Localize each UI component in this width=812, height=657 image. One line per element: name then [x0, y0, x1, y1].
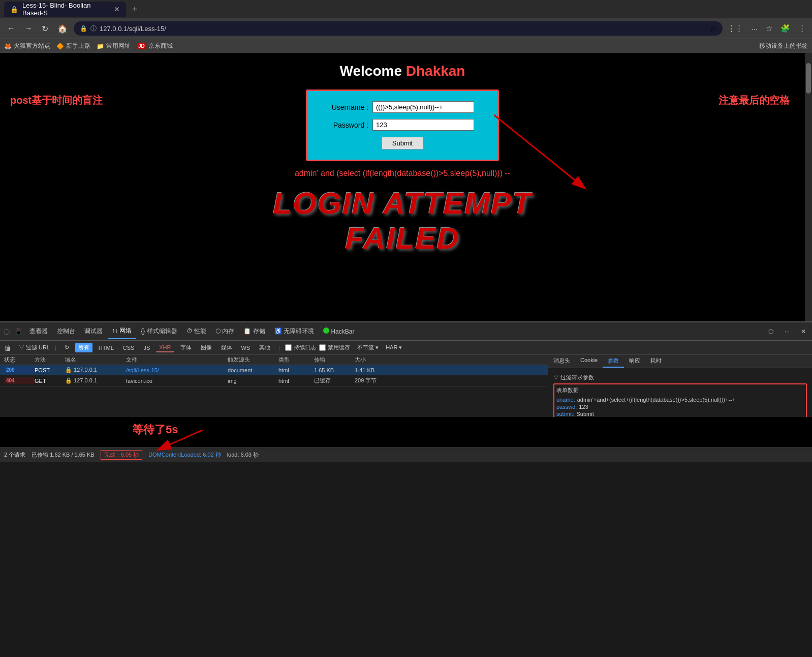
persist-log-cb[interactable]: 持续日志 — [285, 344, 316, 351]
scroll-thumb[interactable] — [806, 63, 811, 94]
tab-storage[interactable]: 📋 存储 — [239, 324, 269, 339]
new-tab-button[interactable]: + — [128, 2, 142, 17]
req-tab-cookie[interactable]: Cookie — [575, 355, 603, 368]
req-tab-headers[interactable]: 消息头 — [548, 355, 575, 368]
tab-favicon: 🔒 — [10, 6, 18, 13]
passwd-field: passwd: 123 — [556, 403, 804, 410]
extensions-icon[interactable]: 🧩 — [778, 22, 792, 35]
row-status: 200 — [4, 367, 35, 373]
req-tab-timing[interactable]: 耗时 — [645, 355, 667, 368]
filter-ws[interactable]: WS — [238, 344, 254, 352]
disable-cache-checkbox[interactable] — [319, 344, 326, 351]
reload-button[interactable]: ↻ — [39, 22, 51, 36]
tab-memory[interactable]: ⬡ 内存 — [211, 324, 238, 339]
row-size: 209 字节 — [355, 377, 395, 384]
requests-count: 2 个请求 — [4, 451, 25, 459]
filter-reload-icon[interactable]: ↻ — [61, 343, 72, 352]
menu-dots[interactable]: ··· — [749, 22, 760, 35]
filter-all[interactable]: 所有 — [75, 343, 92, 352]
row-transfer: 已缓存 — [314, 377, 355, 384]
filter-icon[interactable]: ▽ 过滤 URL — [19, 344, 50, 351]
home-button[interactable]: 🏠 — [54, 22, 71, 36]
password-input[interactable] — [372, 119, 474, 131]
browser-window: 🔒 Less-15- Blind- Boolian Based-S ✕ + ← … — [0, 0, 812, 53]
network-row-get[interactable]: 404 GET 🔒 127.0.0.1 favicon.ico img html… — [0, 375, 548, 386]
active-tab[interactable]: 🔒 Less-15- Blind- Boolian Based-S ✕ — [4, 2, 126, 17]
filter-html[interactable]: HTML — [96, 344, 117, 352]
login-box: Username : Password : Submit — [306, 89, 499, 161]
bookmark-mobile[interactable]: 移动设备上的书签 — [759, 42, 808, 50]
more-menu[interactable]: ⋮ — [796, 22, 808, 35]
tab-style-editor[interactable]: {} 样式编辑器 — [137, 324, 181, 339]
network-toolbar: 🗑 | ▽ 过滤 URL | ↻ 所有 HTML CSS JS XHR 字体 图… — [0, 341, 812, 355]
tab-title: Less-15- Blind- Boolian Based-S — [22, 2, 110, 17]
password-label: Password : — [323, 121, 368, 129]
tab-accessibility[interactable]: ♿ 无障碍环境 — [270, 324, 318, 339]
filter-media[interactable]: 媒体 — [218, 343, 235, 352]
filter-js[interactable]: JS — [140, 344, 153, 352]
filter-params-label: ▽ 过滤请求参数 — [553, 374, 594, 380]
network-row-post[interactable]: 200 POST 🔒 127.0.0.1 /sqli/Less-15/ docu… — [0, 365, 548, 375]
disable-cache-cb[interactable]: 禁用缓存 — [319, 344, 350, 351]
filter-other[interactable]: 其他 — [256, 343, 273, 352]
address-bar[interactable]: 🔒 ⓘ 127.0.0.1/sqli/Less-15/ ☆ — [74, 21, 723, 36]
tab-debugger[interactable]: 调试器 — [80, 324, 107, 339]
persist-log-checkbox[interactable] — [285, 344, 292, 351]
devtools-dock-button[interactable]: ⬡ — [764, 325, 777, 338]
tab-bar: 🔒 Less-15- Blind- Boolian Based-S ✕ + — [0, 0, 812, 18]
req-tab-params[interactable]: 参数 — [603, 355, 624, 368]
filter-image[interactable]: 图像 — [198, 343, 215, 352]
tab-close-button[interactable]: ✕ — [114, 5, 120, 13]
form-data-label: 表单数据 — [556, 386, 579, 394]
har-button[interactable]: HAR ▾ — [386, 344, 402, 351]
password-row: Password : — [323, 119, 482, 131]
welcome-name: Dhakkan — [406, 63, 465, 79]
login-failed-line1: LOGIN ATTEMPT — [20, 186, 785, 221]
row-method: POST — [35, 367, 65, 373]
tab-performance[interactable]: ⏱ 性能 — [182, 324, 210, 339]
welcome-text: Welcome — [340, 63, 402, 79]
username-input[interactable] — [372, 101, 474, 113]
bookmark-newbie[interactable]: 🔶 新手上路 — [56, 42, 90, 50]
star-icon[interactable]: ☆ — [709, 24, 716, 34]
devtools-main: 状态 方法 域名 文件 触发源头 类型 传输 大小 200 POST 🔒 127… — [0, 355, 812, 417]
devtools-mobile-icon[interactable]: 📱 — [13, 326, 24, 337]
bookmark-star[interactable]: ☆ — [764, 22, 774, 35]
bookmark-jd[interactable]: JD 京东商城 — [137, 42, 173, 50]
devtools-inspect-icon[interactable]: ⬚ — [2, 326, 12, 337]
request-params-body: ▽ 过滤请求参数 表单数据 uname: admin'+and+(select+… — [548, 368, 812, 417]
forward-button[interactable]: → — [21, 22, 36, 35]
row-type: html — [278, 378, 314, 384]
wait-annotation: 等待了5s — [132, 422, 178, 437]
scroll-bar[interactable] — [805, 53, 812, 321]
folder-icon: 📁 — [97, 43, 104, 50]
col-transfer: 传输 — [314, 356, 355, 364]
filter-xhr[interactable]: XHR — [156, 343, 174, 352]
devtools-more-button[interactable]: ··· — [780, 325, 794, 338]
back-button[interactable]: ← — [4, 22, 18, 35]
throttle-select[interactable]: 不节流 ▾ — [357, 344, 379, 351]
bookmark-common[interactable]: 📁 常用网址 — [97, 42, 131, 50]
grid-icon[interactable]: ⋮⋮ — [726, 22, 745, 35]
col-file: 文件 — [126, 356, 228, 364]
passwd-key: passwd: — [556, 404, 577, 410]
filter-font[interactable]: 字体 — [177, 343, 195, 352]
bookmark-firefox[interactable]: 🦊 火狐官方站点 — [4, 42, 50, 50]
filter-css[interactable]: CSS — [120, 344, 138, 352]
submit-button[interactable]: Submit — [382, 137, 423, 150]
devtools-close-button[interactable]: ✕ — [797, 325, 810, 338]
tab-network[interactable]: ↑↓ 网络 — [108, 323, 136, 339]
tab-console[interactable]: 控制台 — [53, 324, 79, 339]
col-type: 类型 — [278, 356, 314, 364]
req-tab-response[interactable]: 响应 — [624, 355, 645, 368]
col-trigger: 触发源头 — [228, 356, 278, 364]
devtools-tabs: ⬚ 📱 查看器 控制台 调试器 ↑↓ 网络 {} 样式编辑器 ⏱ 性能 ⬡ 内存… — [0, 322, 812, 341]
firefox-icon: 🦊 — [4, 43, 12, 50]
tab-inspector[interactable]: 查看器 — [25, 324, 52, 339]
transferred-size: 已传输 1.62 KB / 1.65 KB — [32, 451, 95, 459]
tab-hackbar[interactable]: HackBar — [319, 324, 358, 338]
row-size: 1.41 KB — [355, 367, 395, 373]
clear-icon[interactable]: 🗑 — [4, 344, 11, 352]
network-panel: 状态 方法 域名 文件 触发源头 类型 传输 大小 200 POST 🔒 127… — [0, 355, 548, 417]
row-status: 404 — [4, 377, 35, 384]
